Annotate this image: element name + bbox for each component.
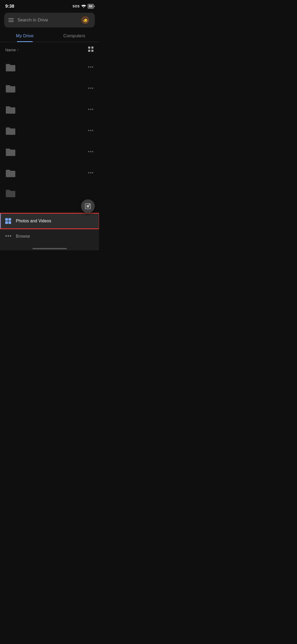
fab-button[interactable] xyxy=(81,199,95,213)
status-bar: 9:38 SOS 84 xyxy=(0,0,99,12)
svg-rect-6 xyxy=(89,204,90,205)
folder-icon xyxy=(5,126,16,135)
bottom-nav-browse[interactable]: ••• Browse xyxy=(0,229,99,244)
svg-rect-0 xyxy=(88,47,90,49)
folder-icon xyxy=(5,105,16,114)
more-options-button[interactable]: ••• xyxy=(88,107,94,112)
svg-rect-2 xyxy=(88,50,90,52)
tabs-container: My Drive Computers xyxy=(0,30,99,42)
search-placeholder-text: Search in Drive xyxy=(17,17,48,23)
folder-icon xyxy=(5,84,16,93)
file-left xyxy=(5,169,16,177)
file-list: ••• ••• ••• xyxy=(0,57,99,213)
file-left xyxy=(5,105,16,114)
avatar[interactable]: 🧔 xyxy=(80,15,91,25)
folder-icon xyxy=(5,189,16,197)
bottom-nav-photos-videos[interactable]: Photos and Videos xyxy=(0,213,99,229)
list-item[interactable]: ••• xyxy=(0,78,99,99)
bottom-nav: Photos and Videos ••• Browse xyxy=(0,213,99,246)
avatar-face: 🧔 xyxy=(82,17,89,23)
file-left xyxy=(5,63,16,71)
status-time: 9:38 xyxy=(5,4,14,9)
grid-view-icon[interactable] xyxy=(88,46,94,53)
hamburger-menu-icon[interactable] xyxy=(8,18,14,22)
file-left xyxy=(5,84,16,93)
status-icons: SOS 84 xyxy=(73,4,94,9)
wifi-icon xyxy=(81,4,86,8)
home-indicator-area xyxy=(0,246,99,250)
battery-indicator: 84 xyxy=(88,4,94,9)
battery-level: 84 xyxy=(89,4,92,8)
list-item[interactable]: ••• xyxy=(0,99,99,120)
home-bar xyxy=(32,248,67,249)
file-left xyxy=(5,126,16,135)
more-options-button[interactable]: ••• xyxy=(88,86,94,91)
tab-my-drive[interactable]: My Drive xyxy=(0,30,50,42)
file-left xyxy=(5,189,16,197)
photos-nav-label: Photos and Videos xyxy=(16,219,51,223)
svg-rect-3 xyxy=(91,50,93,52)
more-options-button[interactable]: ••• xyxy=(88,149,94,155)
sort-header: Name ↑ xyxy=(0,42,99,57)
photos-grid-icon xyxy=(5,218,12,224)
list-item[interactable]: ••• xyxy=(0,141,99,162)
tab-computers[interactable]: Computers xyxy=(50,30,99,42)
search-bar[interactable]: Search in Drive 🧔 xyxy=(4,13,95,27)
list-item[interactable]: ••• xyxy=(0,57,99,78)
search-left: Search in Drive xyxy=(8,17,48,23)
sort-arrow-icon: ↑ xyxy=(17,48,19,52)
svg-rect-1 xyxy=(91,47,93,49)
browse-dots-icon: ••• xyxy=(5,233,12,239)
file-left xyxy=(5,148,16,156)
more-options-button[interactable]: ••• xyxy=(88,128,94,134)
folder-icon xyxy=(5,148,16,156)
more-options-button[interactable]: ••• xyxy=(88,170,94,176)
folder-icon xyxy=(5,63,16,71)
browse-nav-label: Browse xyxy=(16,234,30,239)
more-options-button[interactable]: ••• xyxy=(88,65,94,70)
list-item[interactable]: ••• xyxy=(0,120,99,141)
sos-label: SOS xyxy=(73,4,80,8)
svg-rect-5 xyxy=(87,205,89,208)
list-item[interactable]: ••• xyxy=(0,162,99,183)
sort-label[interactable]: Name ↑ xyxy=(5,48,19,52)
folder-icon xyxy=(5,169,16,177)
